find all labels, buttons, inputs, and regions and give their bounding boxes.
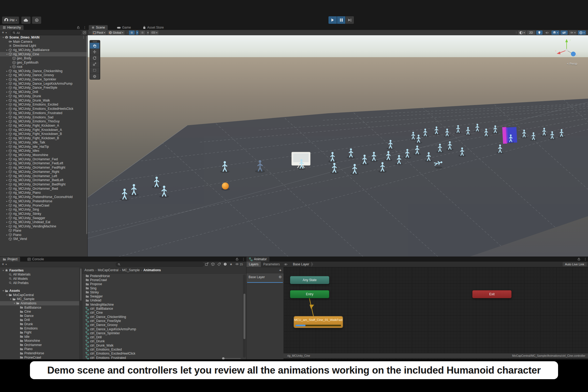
file-row[interactable]: ctrl_Dance_ChickenWing xyxy=(82,315,242,319)
auto-live-link-button[interactable]: Auto Live Link xyxy=(563,262,587,266)
expander-arrow-icon[interactable]: ▸ xyxy=(5,86,9,89)
expander-arrow-icon[interactable]: ▸ xyxy=(5,141,9,144)
lock-icon[interactable] xyxy=(577,258,581,261)
breadcrumb-assets[interactable]: Assets xyxy=(84,268,94,272)
hierarchy-row[interactable]: ▸rig_MCUnity_Emotions_Excited xyxy=(0,103,87,107)
step-button[interactable] xyxy=(346,16,354,24)
file-row[interactable]: ctrl_Emotions_ExcitedHeelClick xyxy=(82,352,242,356)
file-row[interactable]: ctrl_Drunk xyxy=(82,339,242,343)
expander-arrow-icon[interactable]: ▸ xyxy=(5,154,9,156)
expander-arrow-icon[interactable]: ▾ xyxy=(13,302,16,305)
project-tree-row[interactable]: OrcHammer xyxy=(0,343,79,347)
kebab-menu-icon[interactable]: ⋮ xyxy=(242,258,245,261)
project-tree-row[interactable]: Drill xyxy=(0,318,79,322)
hierarchy-row[interactable]: ▸root xyxy=(0,65,87,69)
file-row[interactable]: ctrl_Dance_Groovy xyxy=(82,323,242,327)
hierarchy-row[interactable]: ▸rig_MCUnity_OrcHammer_FwdLeft xyxy=(0,161,87,166)
camera-settings-button[interactable]: ▾ xyxy=(569,30,577,35)
hierarchy-row[interactable]: ▸rig_MCUnity_OrcHammer_Fwd xyxy=(0,157,87,161)
file-row[interactable]: Swagger xyxy=(82,294,242,298)
expander-arrow-icon[interactable]: ▸ xyxy=(5,221,9,223)
packages-visibility-icon[interactable] xyxy=(211,262,215,266)
increment-snap-toggle[interactable] xyxy=(140,30,145,35)
node-any-state[interactable]: Any State xyxy=(290,276,329,284)
rect-tool-button[interactable] xyxy=(90,67,99,73)
expander-arrow-icon[interactable]: ▸ xyxy=(5,103,9,106)
file-row[interactable]: ctrl_Cine xyxy=(82,311,242,315)
grid-snap-options[interactable]: ▾ xyxy=(136,30,138,35)
hierarchy-row[interactable]: ▸rig_MCUnity_Swagger xyxy=(0,216,87,220)
tab-asset-store[interactable]: Asset Store xyxy=(140,25,167,30)
lock-icon[interactable] xyxy=(235,258,239,261)
scale-tool-button[interactable] xyxy=(90,61,99,67)
hierarchy-row[interactable]: ▸rig_MCUnity_Emotions_ThisGuy xyxy=(0,119,87,123)
file-row[interactable]: Propose xyxy=(82,282,242,286)
project-tree-row[interactable]: ProneCrawl xyxy=(0,355,79,360)
expander-arrow-icon[interactable]: ▸ xyxy=(5,225,9,228)
add-button[interactable]: + xyxy=(2,30,4,34)
layer-item-base-layer[interactable]: Base Layer ⚙ xyxy=(246,273,284,284)
hierarchy-row[interactable]: ▸rig_MCUnity_OrcHammer_FwdRight xyxy=(0,165,87,170)
hierarchy-row[interactable]: ▸rig_MCUnity_Idle_HatTip xyxy=(0,145,87,149)
add-layer-button[interactable]: + xyxy=(279,268,281,272)
hierarchy-row[interactable]: ▸rig_MCUnity_Emotions_Frustrated xyxy=(0,111,87,115)
eye-icon[interactable] xyxy=(284,263,288,266)
kebab-menu-icon[interactable]: ⋮ xyxy=(83,26,86,29)
expander-arrow-icon[interactable]: ▸ xyxy=(5,116,9,119)
hierarchy-row[interactable]: ▸rig_MCUnity_ProneCrawl xyxy=(0,203,87,208)
hierarchy-row[interactable]: Plane xyxy=(0,228,87,233)
kebab-menu-icon[interactable]: ⋮ xyxy=(584,258,587,261)
expander-arrow-icon[interactable]: ▸ xyxy=(5,137,9,139)
hierarchy-row[interactable]: Main Camera xyxy=(0,40,87,44)
hierarchy-row[interactable]: ▸rig_MCUnity_PretendHorse_CoconutHold xyxy=(0,195,87,199)
project-tree-row[interactable]: ▾MC_Sample xyxy=(0,297,79,301)
expander-arrow-icon[interactable]: ▾ xyxy=(5,294,9,296)
project-tree-row[interactable]: Emotions xyxy=(0,326,79,331)
expander-arrow-icon[interactable]: ▸ xyxy=(5,133,9,135)
project-tree-row[interactable]: BallBalance xyxy=(0,305,79,310)
tab-scene[interactable]: Scene xyxy=(89,25,108,30)
expander-arrow-icon[interactable]: ▸ xyxy=(5,78,9,81)
hierarchy-row[interactable]: ▸rig_MCUnity_BallBalance xyxy=(0,48,87,52)
project-tree-row[interactable]: ▾Favorites xyxy=(0,268,79,273)
file-row[interactable]: Sing xyxy=(82,286,242,290)
hierarchy-row[interactable]: ▸rig_MCUnity_OrcHammer_Right xyxy=(0,170,87,174)
expander-arrow-icon[interactable]: ▸ xyxy=(5,99,9,102)
hierarchy-row[interactable]: ▸Piano xyxy=(0,233,87,237)
transform-tool-button[interactable] xyxy=(90,73,99,79)
shading-mode-button[interactable]: ▾ xyxy=(518,30,526,35)
project-tree-row[interactable]: Piano xyxy=(0,347,79,351)
hierarchy-row[interactable]: ▸rig_MCUnity_OrcHammer_BwdRight xyxy=(0,182,87,187)
move-tool-button[interactable] xyxy=(90,49,99,55)
play-button[interactable] xyxy=(328,16,337,24)
hierarchy-row[interactable]: ▸rig_MCUnity_VendingMachine xyxy=(0,224,87,228)
effects-toggle-button[interactable]: ▾ xyxy=(551,30,559,35)
hierarchy-row[interactable]: ▸rig_MCUnity_Dance_ChickenWing xyxy=(0,69,87,73)
expander-arrow-icon[interactable]: ▸ xyxy=(5,217,9,219)
hierarchy-row[interactable]: SM_Vend xyxy=(0,237,87,241)
file-row[interactable]: ctrl_Drill xyxy=(82,335,242,339)
project-tree-row[interactable]: Cine xyxy=(0,309,79,314)
expander-arrow-icon[interactable]: ▸ xyxy=(5,95,9,98)
open-new-window-icon[interactable] xyxy=(205,262,208,266)
tab-game[interactable]: Game xyxy=(114,25,134,30)
tab-hierarchy[interactable]: Hierarchy xyxy=(0,25,24,30)
hierarchy-row[interactable]: ▸rig_MCUnity_Drunk xyxy=(0,94,87,98)
visible-count[interactable]: 15 xyxy=(235,263,243,266)
project-tree-row[interactable]: All Models xyxy=(0,277,79,281)
expander-arrow-icon[interactable]: ▸ xyxy=(5,196,9,198)
expander-arrow-icon[interactable]: ▸ xyxy=(9,65,12,68)
expander-arrow-icon[interactable]: ▾ xyxy=(2,289,5,292)
project-search-input[interactable] xyxy=(116,262,204,267)
2d-toggle-button[interactable]: 2D xyxy=(527,30,535,35)
project-tree-row[interactable]: ▾Assets xyxy=(0,289,79,293)
services-button[interactable] xyxy=(32,17,41,24)
file-row[interactable]: ctrl_Dance_LegsKickArmsPump xyxy=(82,327,242,331)
file-row[interactable]: ProneCrawl xyxy=(82,278,242,282)
expander-arrow-icon[interactable]: ▸ xyxy=(5,129,9,131)
breadcrumb-mocapcentral[interactable]: MoCapCentral xyxy=(98,268,118,272)
hierarchy-row[interactable]: ▸rig_MCUnity_Fight_Knockdown_B xyxy=(0,132,87,136)
expander-arrow-icon[interactable]: ▸ xyxy=(5,179,9,181)
lighting-toggle-button[interactable] xyxy=(536,30,543,35)
expander-arrow-icon[interactable]: ▾ xyxy=(2,36,5,39)
